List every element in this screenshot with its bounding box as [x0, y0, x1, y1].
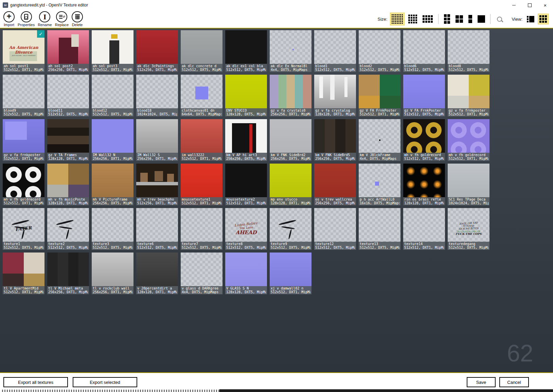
- cancel-button[interactable]: Cancel: [499, 377, 529, 387]
- tile-caption: mh_v_fh_goldrecord512x512, DXT1, MipMaps: [403, 153, 445, 161]
- texture-tile[interactable]: blood2512x512, DXT5, MipMaps: [359, 30, 400, 72]
- tile-caption: texture2512x512, DXT5, MipMaps: [47, 242, 89, 250]
- size-medium-option[interactable]: [421, 14, 434, 24]
- texture-tile[interactable]: blood11512x512, DXT5, MipMaps: [47, 75, 89, 116]
- texture-tile[interactable]: km_V_FNK_SideBrd2256x256, DXT5, MipMaps: [270, 119, 311, 161]
- texture-tile[interactable]: mh_v_fh_goldrecord512x512, DXT1, MipMaps: [3, 164, 44, 205]
- texture-tile[interactable]: ak_dlc_concrete_d512x512, DXT5, MipMaps: [181, 30, 222, 72]
- texture-name: texture7: [182, 242, 221, 246]
- size-large-option[interactable]: [443, 13, 451, 25]
- texture-name: mp_env_stucco: [271, 198, 310, 201]
- texture-tile[interactable]: ak_dlc_ex1_col_bla512x512, DXT5, MipMaps: [225, 30, 267, 72]
- texture-tile[interactable]: xj_v_damwall02_n512x512, DXT1, MipMaps: [270, 253, 311, 294]
- texture-tile[interactable]: ak_dlc_3cPaintings512x256, DXT1, MipMaps: [136, 30, 178, 72]
- texture-tile[interactable]: texture12512x512, DXT5, MipMaps: [314, 208, 356, 250]
- texture-tile[interactable]: mh_v_trev_beachpho512x256, DXT1, MipMaps: [136, 164, 178, 205]
- texture-format: 128x128, DXT1, MipMaps: [137, 290, 177, 294]
- texture-tile[interactable]: im_wall3222512x512, DXT1, MipMaps: [181, 119, 222, 161]
- tile-caption: p_h_acc_ArtWallL016x16, DXT5, MipMaps: [359, 197, 400, 205]
- texture-tile[interactable]: Listen BeforeYou LoseAHEADtexture8512x51…: [225, 208, 267, 250]
- export-selected-button[interactable]: Export selected: [73, 377, 137, 387]
- texture-tile[interactable]: p_h_acc_ArtWallL016x16, DXT5, MipMaps: [359, 164, 400, 205]
- texture-tile[interactable]: texture7512x512, DXT5, MipMaps: [181, 208, 222, 250]
- texture-format: 512x512, DXT5, MipMaps: [404, 68, 444, 72]
- texture-tile[interactable]: km_V_JBlckFrame4x4, DXT5, MipMaps: [359, 119, 400, 161]
- texture-format: 512x512, DXT1, MipMaps: [449, 112, 488, 116]
- texture-tile[interactable]: blood1512x512, DXT5, MipMaps: [314, 30, 356, 72]
- tile-caption: ah_sol_post2256x256, DXT1, MipMaps: [47, 64, 89, 72]
- texture-tile[interactable]: texture9512x512, DXT5, MipMaps: [270, 208, 311, 250]
- texture-tile[interactable]: rsn_os_brass_refle128x128, DXT1, MipMaps: [403, 164, 445, 205]
- texture-tile[interactable]: ah_sol_post2256x256, DXT1, MipMaps: [47, 30, 89, 72]
- texture-name: texture12: [315, 242, 355, 246]
- texture-tile[interactable]: mh_v_fh_goldrecord512x512, DXT1, MipMaps: [403, 119, 445, 161]
- texture-tile[interactable]: km_V_AP_hi_art3256x256, DXT5, MipMaps: [225, 119, 267, 161]
- properties-button[interactable]: Properties: [18, 11, 35, 27]
- texture-tile[interactable]: ak_dlc_Ex_NormalBl4x4, DXT5, MipMaps: [270, 30, 311, 72]
- texture-tile[interactable]: blood181024x1024, DXT5, MipMaps: [136, 75, 178, 116]
- tile-caption: km_V_FNK_SideBrd5256x256, DXT5, MipMaps: [314, 153, 356, 161]
- view-thumbnails-button[interactable]: [538, 14, 548, 24]
- texture-tile[interactable]: moussetexture1512x512, DXT1, MipMaps: [181, 164, 222, 205]
- texture-tile[interactable]: texture13512x512, DXT5, MipMaps: [359, 208, 400, 250]
- size-full-option[interactable]: [476, 14, 486, 24]
- toolbar-button-label: Delete: [72, 23, 83, 27]
- texture-tile[interactable]: V_GLASS_S_N128x128, DXT5, MipMaps: [225, 253, 267, 294]
- texture-tile[interactable]: gz_V_TA_Frames128x128, DXT1, MipMaps: [47, 119, 89, 161]
- size-xlarge-option[interactable]: [454, 14, 464, 24]
- texture-tile[interactable]: blood12512x512, DXT5, MipMaps: [92, 75, 133, 116]
- texture-format: 512x512, DXT5, MipMaps: [48, 246, 88, 249]
- texture-tile[interactable]: tl_V_ApartmentMid512x512, DXT1, MipMaps: [3, 253, 44, 294]
- texture-tile[interactable]: gz_v_fa_frnkposter512x512, DXT1, MipMaps: [3, 119, 44, 161]
- maximize-button[interactable]: [522, 0, 537, 10]
- import-button[interactable]: +Import: [3, 11, 15, 27]
- texture-tile[interactable]: texture6512x512, DXT5, MipMaps: [136, 208, 178, 250]
- save-button[interactable]: Save: [467, 377, 496, 387]
- texture-tile[interactable]: blood6512x512, DXT5, MipMaps: [403, 30, 445, 72]
- texture-tile[interactable]: IM_Wall32_N256x256, DXT1, MipMaps: [92, 119, 133, 161]
- size-tiny-option[interactable]: [390, 13, 404, 25]
- texture-tile[interactable]: gz_v_fa_crystalsg128x128, DXT1, MipMaps: [314, 75, 356, 116]
- texture-tile[interactable]: mh_v_fh_goldrecord512x512, DXT1, MipMaps: [448, 119, 489, 161]
- search-button[interactable]: [495, 15, 504, 23]
- tile-caption: tl_v_rockclub_wall256x256, DXT1, MipMaps: [92, 286, 133, 294]
- texture-tile[interactable]: gz_v_fa_crystals0256x256, DXT1, MipMaps: [270, 75, 311, 116]
- texture-tile[interactable]: texture14512x512, DXT1, MipMaps: [403, 208, 445, 250]
- close-button[interactable]: ×: [537, 0, 553, 10]
- texture-tile[interactable]: moussetexture2512x512, DXT1, MipMaps: [225, 164, 267, 205]
- size-xxlarge-option[interactable]: [467, 14, 474, 24]
- texture-tile[interactable]: texture3512x512, DXT5, MipMaps: [92, 208, 133, 250]
- texture-tile[interactable]: tl_V_Michael_meta256x256, DXT1, MipMaps: [47, 253, 89, 294]
- texture-tile[interactable]: v_20percentdirt_a128x128, DXT1, MipMaps: [136, 253, 178, 294]
- texture-name: texture6: [137, 242, 177, 246]
- tile-caption: texturedegang512x512, DXT5, MipMaps: [448, 242, 489, 250]
- texture-tile[interactable]: gz_V_FA_FrnkPoster512x512, DXT5, MipMaps: [403, 75, 445, 116]
- texture-tile[interactable]: An AmericanDivorceJACK MOORE · SALLY SHE…: [3, 30, 44, 72]
- texture-tile[interactable]: mh_v_fh_musicPoste128x128, DXT1, MipMaps: [47, 164, 89, 205]
- texture-tile[interactable]: IM_Wall32_S256x256, DXT1, MipMaps: [136, 119, 178, 161]
- texture-tile[interactable]: ANGL DIE SADRITCHIESICK ME BITCHNO CASH …: [448, 208, 489, 250]
- texture-tile[interactable]: mp_env_stucco128x128, DXT1, MipMaps: [270, 164, 311, 205]
- texture-tile[interactable]: gz_V_FA_FrnkPoster512x512, DXT1, MipMaps: [359, 75, 400, 116]
- texture-tile[interactable]: clothcanvas01_dn64x64, DXT5, MipMaps: [181, 75, 222, 116]
- texture-tile[interactable]: SC1_Res_TPage_Deca1024x1024, DXT5, MipMa…: [448, 164, 489, 205]
- size-small-option[interactable]: [407, 13, 418, 25]
- texture-tile[interactable]: blood8512x512, DXT5, MipMaps: [448, 30, 489, 72]
- texture-tile[interactable]: tl_v_rockclub_wall256x256, DXT1, MipMaps: [92, 253, 133, 294]
- texture-tile[interactable]: FATERtexture1512x512, DXT5, MipMaps: [3, 208, 44, 250]
- texture-tile[interactable]: ENV_STUCCO128x128, DXT5, MipMaps: [225, 75, 267, 116]
- texture-tile[interactable]: ah_sol_post3512x512, DXT1, MipMaps: [92, 30, 133, 72]
- export-all-textures-button[interactable]: Export all textures: [3, 377, 68, 387]
- rename-button[interactable]: IRename: [38, 11, 52, 27]
- texture-tile[interactable]: os_v_trev_wallcrea256x256, DXT5, MipMaps: [314, 164, 356, 205]
- texture-tile[interactable]: gz_v_fa_frnkposter512x512, DXT1, MipMaps: [448, 75, 489, 116]
- texture-tile[interactable]: mh_V_PictureFrame256x256, DXT5, MipMaps: [92, 164, 133, 205]
- delete-button[interactable]: Delete: [72, 11, 83, 27]
- replace-button[interactable]: ⇄Replace: [55, 11, 69, 27]
- texture-tile[interactable]: km_V_FNK_SideBrd5256x256, DXT5, MipMaps: [314, 119, 356, 161]
- texture-tile[interactable]: v_glass_d_DARKgree4x4, DXT5, MipMaps: [181, 253, 222, 294]
- view-details-button[interactable]: [525, 15, 536, 24]
- texture-tile[interactable]: blood9512x512, DXT5, MipMaps: [3, 75, 44, 116]
- minimize-button[interactable]: [506, 0, 522, 10]
- texture-tile[interactable]: texture2512x512, DXT5, MipMaps: [47, 208, 89, 250]
